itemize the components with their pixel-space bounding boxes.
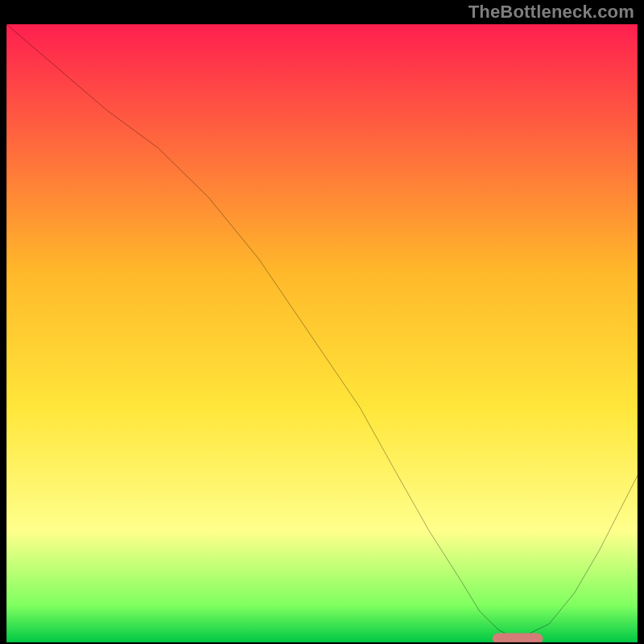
gradient-background (6, 24, 638, 642)
site-watermark: TheBottleneck.com (469, 2, 634, 23)
chart-svg (6, 24, 638, 642)
minimum-marker (493, 633, 543, 642)
chart-stage: TheBottleneck.com (0, 0, 644, 644)
